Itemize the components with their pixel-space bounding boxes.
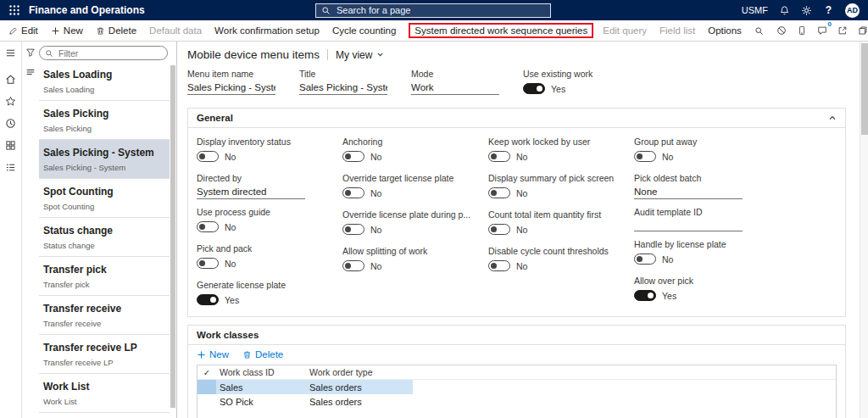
list-item-sales-picking-system[interactable]: Sales Picking - SystemSales Picking - Sy… [39,140,170,179]
action-options[interactable]: Options [708,25,742,36]
toggle-allow-over-pick[interactable]: Yes [634,290,676,301]
row-checkbox[interactable] [198,380,216,394]
general-column-4: Group put awayNoPick oldest batchNoneAud… [634,137,768,316]
view-selector[interactable]: My view [336,49,384,61]
chevron-up-icon[interactable] [828,114,837,122]
main-scrollbar[interactable] [860,42,868,418]
list-panel: Sales LoadingSales LoadingSales PickingS… [22,42,177,418]
field-use-existing-work: Use existing workYes [523,69,593,98]
gear-icon[interactable] [801,5,812,16]
toggle-handle-by-license-plate[interactable]: No [634,254,673,265]
row-checkbox[interactable] [198,394,216,409]
general-column-3: Keep work locked by userNoDisplay summar… [488,137,622,316]
toggle-state-label: No [662,152,673,162]
work-classes-delete-button[interactable]: Delete [242,349,283,359]
toggle-generate-license-plate[interactable]: Yes [197,294,239,305]
list-item-transfer-receive[interactable]: Transfer receiveTransfer receive [39,296,170,335]
menu-icon[interactable] [5,47,16,59]
help-icon[interactable]: ? [823,5,834,16]
filter-icon[interactable] [25,47,36,58]
field-input-directed-by[interactable]: System directed [197,187,305,199]
field-input-mode[interactable]: Work [411,82,499,95]
recent-icon[interactable] [5,118,16,129]
global-search-box[interactable] [315,3,551,18]
table-row-so-pick[interactable]: SO PickSales orders [198,394,413,409]
user-avatar[interactable]: AD [845,3,860,18]
list-item-transfer-pick[interactable]: Transfer pickTransfer pick [39,257,170,296]
toggle-anchoring[interactable]: No [342,151,381,162]
action-default-data[interactable]: Default data [149,25,202,36]
field-input-menu-item-name[interactable]: Sales Picking - System [187,82,275,95]
filter-box[interactable] [39,46,168,60]
toggle-count-total-item-quantity-first[interactable]: No [488,224,527,235]
work-classes-section-header[interactable]: Work classes [188,326,845,345]
popout-icon[interactable] [837,25,848,36]
toggle-knob [342,260,364,271]
global-search-input[interactable] [335,4,545,16]
list-item-transfer-receive-lp[interactable]: Transfer receive LPTransfer receive LP [39,335,170,374]
field-pick-oldest-batch: Pick oldest batchNone [634,173,768,199]
select-all-checkmark-icon[interactable]: ✓ [198,365,216,379]
field-input-title[interactable]: Sales Picking - System [299,82,387,95]
list-item-subtitle: Work List [43,397,166,406]
list-item-sales-loading[interactable]: Sales LoadingSales Loading [39,62,170,101]
list-item-spot-counting[interactable]: Spot CountingSpot Counting [39,179,170,218]
list-item-work-list[interactable]: Work ListWork List [39,374,170,413]
toggle-group-put-away[interactable]: No [634,151,673,162]
toggle-override-target-license-plate[interactable]: No [342,187,381,198]
list-item-status-change[interactable]: Status changeStatus change [39,218,170,257]
company-picker[interactable]: USMF [742,5,768,15]
field-label: Group put away [634,137,768,147]
field-input-pick-oldest-batch[interactable]: None [634,187,743,199]
toggle-use-process-guide[interactable]: No [197,221,236,232]
action-label: Default data [149,25,202,36]
general-grid: Display inventory statusNoDirected bySys… [188,128,845,316]
search-icon [321,6,331,15]
toggle-display-summary-of-pick-screen[interactable]: No [488,187,527,198]
toggle-use-existing-work[interactable]: Yes [523,83,565,94]
toggle-allow-splitting-of-work[interactable]: No [342,260,381,271]
workspaces-icon[interactable] [5,140,16,151]
chat-button[interactable]: 0 [817,25,827,36]
table-row-sales[interactable]: SalesSales orders [198,380,413,394]
sidebar-scrollbar-thumb[interactable] [170,65,175,408]
action-delete[interactable]: Delete [96,25,136,36]
block-icon[interactable] [776,25,787,36]
main-scrollbar-thumb[interactable] [861,43,868,135]
work-classes-new-button[interactable]: New [197,349,229,359]
action-system-directed-work-sequence-queries[interactable]: System directed work sequence queries [409,23,593,38]
action-field-list[interactable]: Field list [659,25,695,36]
action-search[interactable] [754,26,764,36]
action-edit-query[interactable]: Edit query [603,25,647,36]
action-new[interactable]: New [51,25,83,36]
general-section-header[interactable]: General [188,109,845,128]
toggle-keep-work-locked-by-user[interactable]: No [488,151,527,162]
field-keep-work-locked-by-user: Keep work locked by userNo [488,137,622,165]
list-item-sales-picking[interactable]: Sales PickingSales Picking [39,101,170,140]
action-cycle-counting[interactable]: Cycle counting [332,25,396,36]
action-label: System directed work sequence queries [415,25,587,36]
field-handle-by-license-plate: Handle by license plateNo [634,239,768,268]
field-label: Audit template ID [634,207,768,217]
star-icon[interactable] [5,96,16,107]
bell-icon[interactable] [779,5,790,16]
toggle-disable-cycle-count-thresholds[interactable]: No [488,260,527,271]
sidebar-scrollbar[interactable] [170,42,176,418]
field-input-audit-template-id[interactable] [634,220,743,231]
restore-icon[interactable] [858,25,868,36]
filter-input[interactable] [57,47,162,59]
action-work-confirmation-setup[interactable]: Work confirmation setup [214,25,320,36]
device-icon[interactable] [797,25,807,36]
toggle-override-license-plate-during-p[interactable]: No [342,224,381,235]
app-launcher-icon[interactable] [8,4,20,16]
action-edit[interactable]: Edit [8,25,38,36]
cell-work-order-type: Sales orders [304,382,413,393]
action-label: New [64,25,83,36]
home-icon[interactable] [5,74,16,85]
list-icon[interactable] [25,67,36,77]
work-classes-section-title: Work classes [197,330,259,340]
toggle-pick-and-pack[interactable]: No [197,258,236,269]
modules-icon[interactable] [5,162,16,173]
toggle-display-inventory-status[interactable]: No [197,151,236,162]
work-classes-toolbar: NewDelete [188,345,845,363]
